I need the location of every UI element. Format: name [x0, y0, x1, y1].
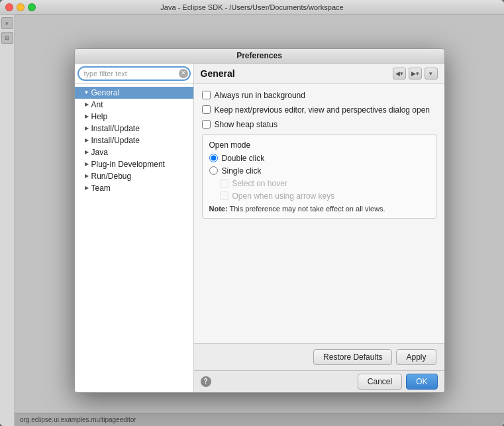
tree-item-install-update-1[interactable]: ▶ Install/Update [75, 123, 193, 134]
restore-defaults-button[interactable]: Restore Defaults [313, 349, 392, 365]
filter-input[interactable] [77, 66, 191, 81]
open-mode-section: Open mode Double click [202, 134, 436, 219]
arrow-icon: ▶ [84, 126, 89, 131]
always-run-label: Always run in background [215, 91, 305, 100]
tree-item-java[interactable]: ▶ Java [75, 146, 193, 158]
open-arrow-keys-checkbox[interactable] [220, 191, 228, 200]
pref-keep-next-prev: Keep next/previous editor, view and pers… [202, 105, 436, 115]
content-panel: General ◀▾ ▶▾ ▾ [194, 64, 444, 392]
help-icon[interactable]: ? [201, 376, 211, 387]
arrow-icon: ▶ [84, 102, 89, 107]
ok-button[interactable]: OK [406, 374, 437, 390]
note-body: This preference may not take effect on a… [229, 205, 385, 213]
arrow-icon: ▼ [84, 90, 89, 95]
tree-item-label: Plug-in Development [91, 160, 165, 169]
tree-items: ▼ General ▶ Ant ▶ Help [75, 84, 193, 392]
sidebar-icon-2[interactable]: ⊞ [1, 32, 13, 44]
content-nav: ◀▾ ▶▾ ▾ [393, 68, 438, 80]
ide-body: ≡ ⊞ Preferences [0, 15, 504, 426]
tree-item-label: Ant [91, 100, 103, 109]
note-text: Note: This preference may not take effec… [209, 205, 429, 213]
show-heap-checkbox[interactable] [202, 120, 211, 129]
filter-clear-button[interactable]: ✕ [179, 69, 188, 78]
tree-item-install-update-2[interactable]: ▶ Install/Update [75, 134, 193, 146]
window-title: Java - Eclipse SDK - /Users/User/Documen… [160, 3, 343, 11]
arrow-icon: ▶ [84, 114, 89, 119]
tree-item-label: Java [91, 148, 108, 157]
tree-item-label: Install/Update [91, 124, 140, 133]
arrow-icon: ▶ [84, 162, 89, 167]
tree-item-label: Run/Debug [91, 172, 132, 181]
tree-item-label: Install/Update [91, 136, 140, 145]
radio-single-click: Single click [209, 166, 429, 176]
ide-sidebar: ≡ ⊞ [0, 15, 15, 426]
sidebar-icon-1[interactable]: ≡ [1, 17, 13, 29]
arrow-icon: ▶ [84, 186, 89, 191]
dialog-overlay: Preferences ✕ [15, 15, 504, 426]
ide-main-area: Preferences ✕ [15, 15, 504, 426]
arrow-icon: ▶ [84, 174, 89, 179]
close-button[interactable] [5, 3, 13, 11]
open-arrow-keys-label: Open when using arrow keys [232, 191, 335, 201]
tree-panel: ✕ ▼ General ▶ Ant [75, 64, 194, 392]
arrow-icon: ▶ [84, 150, 89, 155]
show-heap-label: Show heap status [215, 120, 277, 129]
select-on-hover-label: Select on hover [232, 179, 287, 188]
dialog-title: Preferences [236, 51, 282, 60]
tree-item-plugin-dev[interactable]: ▶ Plug-in Development [75, 158, 193, 170]
bottom-buttons: Cancel OK [358, 374, 438, 390]
keep-next-prev-checkbox[interactable] [202, 105, 211, 114]
single-click-label: Single click [222, 166, 262, 176]
content-body: Always run in background Keep next/previ… [194, 84, 444, 343]
tree-item-team[interactable]: ▶ Team [75, 182, 193, 194]
nav-menu-button[interactable]: ▾ [425, 68, 438, 80]
dialog-body: ✕ ▼ General ▶ Ant [75, 64, 444, 392]
arrow-icon: ▶ [84, 138, 89, 143]
select-on-hover-checkbox[interactable] [220, 179, 228, 187]
nav-back-button[interactable]: ◀▾ [393, 68, 406, 80]
maximize-button[interactable] [28, 3, 36, 11]
nav-forward-button[interactable]: ▶▾ [409, 68, 422, 80]
pref-select-on-hover: Select on hover [209, 179, 429, 188]
content-title: General [201, 68, 235, 79]
tree-item-label: Team [91, 184, 111, 193]
filter-wrapper: ✕ [75, 64, 193, 84]
tree-item-label: Help [91, 112, 108, 121]
preferences-dialog: Preferences ✕ [74, 48, 445, 393]
apply-button[interactable]: Apply [396, 349, 436, 365]
tree-item-run-debug[interactable]: ▶ Run/Debug [75, 170, 193, 182]
always-run-checkbox[interactable] [202, 91, 211, 99]
dialog-bottom-bar: ? Cancel OK [194, 370, 444, 392]
note-label: Note: [209, 205, 228, 213]
radio-double-click: Double click [209, 154, 429, 163]
single-click-radio[interactable] [209, 166, 218, 175]
tree-item-ant[interactable]: ▶ Ant [75, 99, 193, 111]
dialog-titlebar: Preferences [75, 49, 444, 64]
double-click-label: Double click [222, 154, 265, 163]
cancel-button[interactable]: Cancel [358, 374, 402, 390]
tree-item-label: General [91, 88, 120, 97]
tree-item-general[interactable]: ▼ General [75, 87, 193, 99]
keep-next-prev-label: Keep next/previous editor, view and pers… [215, 105, 430, 115]
pref-open-arrow-keys: Open when using arrow keys [209, 191, 429, 201]
minimize-button[interactable] [17, 3, 25, 11]
traffic-lights [5, 3, 36, 11]
pref-show-heap: Show heap status [202, 120, 436, 129]
tree-item-help[interactable]: ▶ Help [75, 111, 193, 123]
ide-titlebar: Java - Eclipse SDK - /Users/User/Documen… [0, 0, 504, 15]
content-header: General ◀▾ ▶▾ ▾ [194, 64, 444, 84]
pref-always-run: Always run in background [202, 91, 436, 100]
ide-window: Java - Eclipse SDK - /Users/User/Documen… [0, 0, 504, 426]
dialog-footer: Restore Defaults Apply [194, 343, 444, 370]
open-mode-label: Open mode [209, 140, 429, 150]
double-click-radio[interactable] [209, 154, 218, 162]
